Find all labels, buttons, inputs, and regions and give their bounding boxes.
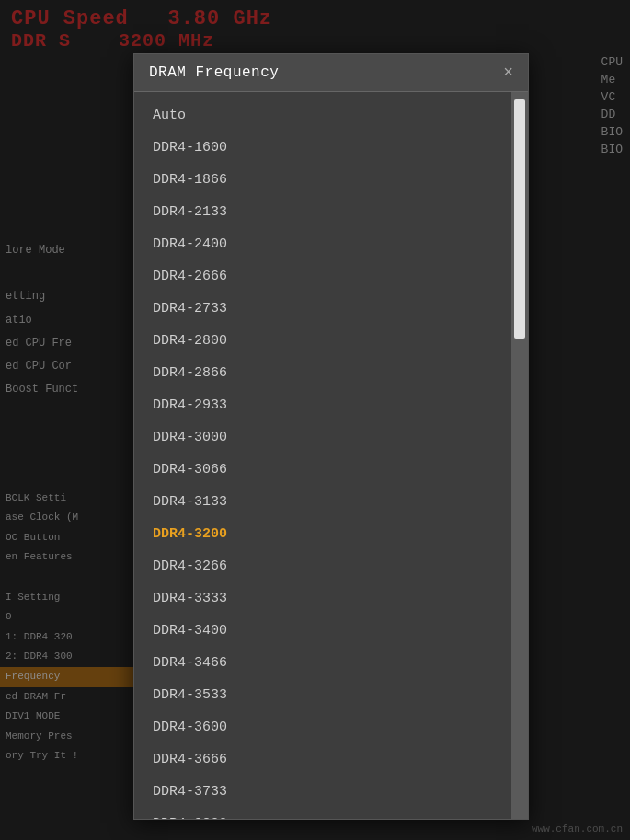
frequency-option-DDR4-3266[interactable]: DDR4-3266 [134, 550, 511, 582]
frequency-option-DDR4-3533[interactable]: DDR4-3533 [134, 679, 511, 711]
frequency-option-DDR4-1600[interactable]: DDR4-1600 [134, 132, 511, 164]
scrollbar-track[interactable] [511, 92, 528, 819]
dialog-body: AutoDDR4-1600DDR4-1866DDR4-2133DDR4-2400… [134, 92, 528, 819]
frequency-option-DDR4-3733[interactable]: DDR4-3733 [134, 776, 511, 808]
frequency-option-DDR4-2933[interactable]: DDR4-2933 [134, 389, 511, 421]
dialog-close-button[interactable]: × [503, 63, 513, 82]
frequency-option-Auto[interactable]: Auto [134, 99, 511, 132]
frequency-option-DDR4-3000[interactable]: DDR4-3000 [134, 421, 511, 454]
scrollbar-thumb [514, 99, 525, 339]
frequency-option-list[interactable]: AutoDDR4-1600DDR4-1866DDR4-2133DDR4-2400… [134, 92, 511, 819]
frequency-option-DDR4-3133[interactable]: DDR4-3133 [134, 486, 511, 518]
frequency-option-DDR4-3200[interactable]: DDR4-3200 [134, 518, 511, 550]
dialog-title-bar: DRAM Frequency × [134, 54, 528, 92]
frequency-option-DDR4-1866[interactable]: DDR4-1866 [134, 164, 511, 196]
frequency-option-DDR4-2800[interactable]: DDR4-2800 [134, 325, 511, 357]
frequency-option-DDR4-3400[interactable]: DDR4-3400 [134, 615, 511, 647]
frequency-option-DDR4-2133[interactable]: DDR4-2133 [134, 196, 511, 228]
frequency-option-DDR4-3333[interactable]: DDR4-3333 [134, 582, 511, 615]
frequency-option-DDR4-3466[interactable]: DDR4-3466 [134, 647, 511, 679]
frequency-option-DDR4-2666[interactable]: DDR4-2666 [134, 260, 511, 293]
dialog-title: DRAM Frequency [149, 64, 279, 81]
frequency-option-DDR4-3066[interactable]: DDR4-3066 [134, 454, 511, 486]
dram-frequency-dialog: DRAM Frequency × AutoDDR4-1600DDR4-1866D… [133, 53, 529, 820]
frequency-option-DDR4-3666[interactable]: DDR4-3666 [134, 743, 511, 776]
frequency-option-DDR4-3600[interactable]: DDR4-3600 [134, 711, 511, 743]
frequency-option-DDR4-2866[interactable]: DDR4-2866 [134, 357, 511, 389]
frequency-option-DDR4-2733[interactable]: DDR4-2733 [134, 293, 511, 325]
frequency-option-DDR4-2400[interactable]: DDR4-2400 [134, 228, 511, 260]
frequency-option-DDR4-3800[interactable]: DDR4-3800 [134, 808, 511, 819]
